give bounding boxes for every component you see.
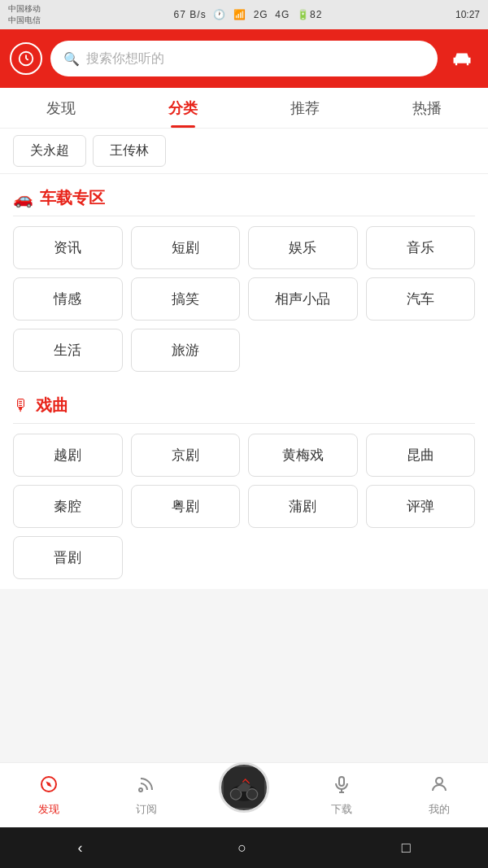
compass-icon [39, 774, 59, 799]
search-placeholder: 搜索你想听的 [86, 50, 164, 68]
nav-mine[interactable]: 我的 [390, 763, 488, 827]
car-zone-header: 🚗 车载专区 [0, 174, 488, 216]
tag-wang-chuanlin[interactable]: 王传林 [93, 135, 166, 167]
carrier-info: 中国移动 中国电信 [8, 3, 41, 26]
back-button[interactable]: ‹ [77, 840, 82, 857]
tag-kunqu[interactable]: 昆曲 [366, 434, 476, 477]
tag-yinyue[interactable]: 音乐 [366, 226, 476, 269]
tag-pingtan[interactable]: 评弹 [366, 485, 476, 528]
tag-shenghuo[interactable]: 生活 [13, 329, 123, 372]
car-icon[interactable] [446, 42, 478, 75]
search-bar[interactable]: 🔍 搜索你想听的 [50, 41, 438, 76]
nav-download-label: 下载 [331, 802, 352, 817]
tag-xiangsheng[interactable]: 相声小品 [248, 277, 358, 321]
opera-header: 🎙 戏曲 [0, 382, 488, 423]
svg-point-13 [436, 778, 442, 784]
tag-jinju[interactable]: 晋剧 [13, 536, 123, 579]
clock-icon[interactable] [10, 42, 42, 75]
tab-discover[interactable]: 发现 [0, 88, 122, 128]
bottom-nav: 发现 订阅 [0, 762, 488, 827]
tag-puju[interactable]: 蒲剧 [248, 485, 358, 528]
nav-discover[interactable]: 发现 [0, 763, 98, 827]
person-icon [429, 774, 449, 799]
tag-zixun[interactable]: 资讯 [13, 226, 123, 269]
tag-duanju[interactable]: 短剧 [131, 226, 241, 269]
section-opera: 🎙 戏曲 越剧 京剧 黄梅戏 昆曲 秦腔 粤剧 蒲剧 评弹 晋剧 [0, 382, 488, 589]
rss-icon [137, 774, 156, 799]
tag-qinqiang[interactable]: 秦腔 [13, 485, 123, 528]
nav-download[interactable]: 下载 [293, 763, 390, 827]
opera-title: 戏曲 [36, 395, 68, 417]
nav-mine-label: 我的 [429, 802, 450, 817]
nav-tabs: 发现 分类 推荐 热播 [0, 88, 488, 129]
tab-category[interactable]: 分类 [122, 88, 244, 128]
home-button[interactable]: ○ [237, 840, 246, 857]
svg-line-2 [26, 59, 28, 60]
nav-subscribe-label: 订阅 [136, 802, 157, 817]
car-zone-grid: 资讯 短剧 娱乐 音乐 情感 搞笑 相声小品 汽车 生活 旅游 [0, 216, 488, 382]
car-zone-icon: 🚗 [13, 189, 33, 208]
tag-huangmeixi[interactable]: 黄梅戏 [248, 434, 358, 477]
tag-guan-yongchao[interactable]: 关永超 [13, 135, 86, 167]
nav-subscribe[interactable]: 订阅 [98, 763, 195, 827]
app-header: 🔍 搜索你想听的 [0, 29, 488, 88]
nav-discover-label: 发现 [38, 802, 59, 817]
status-bar: 中国移动 中国电信 67 B/s 🕐 📶 2G 4G 🔋82 10:27 [0, 0, 488, 29]
nav-album[interactable] [195, 779, 293, 813]
opera-icon: 🎙 [13, 396, 29, 415]
recent-button[interactable]: □ [402, 840, 411, 857]
main-content: 关永超 王传林 🚗 车载专区 资讯 短剧 娱乐 音乐 情感 搞笑 相声小品 汽车… [0, 129, 488, 589]
svg-rect-10 [339, 777, 344, 786]
car-zone-title: 车载专区 [40, 187, 105, 209]
tab-recommend[interactable]: 推荐 [244, 88, 366, 128]
prev-tags-row: 关永超 王传林 [0, 129, 488, 174]
section-car-zone: 🚗 车载专区 资讯 短剧 娱乐 音乐 情感 搞笑 相声小品 汽车 生活 旅游 [0, 174, 488, 382]
time-display: 10:27 [455, 9, 480, 20]
mic-icon [332, 774, 351, 799]
tag-qinggan[interactable]: 情感 [13, 277, 123, 321]
tag-yueju[interactable]: 越剧 [13, 434, 123, 477]
tag-gaoxiao[interactable]: 搞笑 [131, 277, 241, 321]
search-icon: 🔍 [63, 51, 80, 67]
tag-lvyou[interactable]: 旅游 [131, 329, 241, 372]
tag-qiche[interactable]: 汽车 [366, 277, 476, 321]
network-status: 67 B/s 🕐 📶 2G 4G 🔋82 [174, 9, 323, 20]
svg-point-5 [139, 788, 142, 792]
system-nav-bar: ‹ ○ □ [0, 827, 488, 868]
tag-yueju2[interactable]: 粤剧 [131, 485, 241, 528]
opera-grid: 越剧 京剧 黄梅戏 昆曲 秦腔 粤剧 蒲剧 评弹 晋剧 [0, 424, 488, 589]
tag-jingju[interactable]: 京剧 [131, 434, 241, 477]
svg-marker-4 [45, 780, 53, 788]
tab-hot[interactable]: 热播 [366, 88, 488, 128]
tag-yule[interactable]: 娱乐 [248, 226, 358, 269]
album-art [219, 762, 269, 813]
